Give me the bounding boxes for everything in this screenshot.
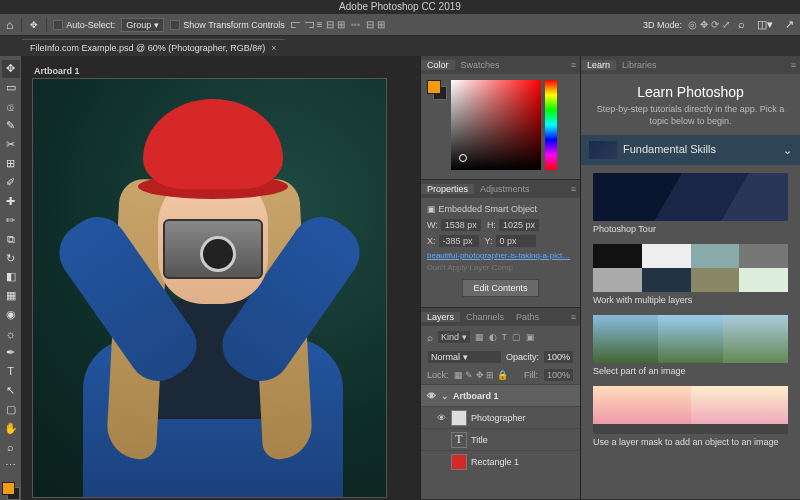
clone-tool[interactable]: ⧉ xyxy=(2,230,20,248)
layer-row[interactable]: 👁 Photographer xyxy=(421,406,580,428)
history-brush-tool[interactable]: ↻ xyxy=(2,249,20,267)
mode-3d-label: 3D Mode: xyxy=(643,20,682,30)
layer-row[interactable]: T Title xyxy=(421,428,580,450)
lock-icons[interactable]: ▦ ✎ ✥ ⊞ 🔒 xyxy=(454,370,508,380)
move-tool-icon[interactable]: ✥ xyxy=(28,18,40,32)
crop-tool[interactable]: ✂ xyxy=(2,136,20,154)
dodge-tool[interactable]: ☼ xyxy=(2,325,20,343)
color-field[interactable] xyxy=(451,80,541,170)
show-transform-checkbox[interactable]: Show Transform Controls xyxy=(170,20,285,30)
distribute-icons[interactable]: ⊟⊞ xyxy=(366,19,385,30)
foreground-background-swatch[interactable] xyxy=(2,482,20,500)
visibility-icon[interactable]: 👁 xyxy=(425,391,437,401)
learn-panel: Learn Libraries ≡ Learn Photoshop Step-b… xyxy=(581,56,800,500)
layers-panel: Layers Channels Paths ≡ ⌕ Kind ▾ ▦◐T▢▣ N… xyxy=(421,308,580,500)
panel-menu-icon[interactable]: ≡ xyxy=(787,60,800,70)
close-tab-icon[interactable]: × xyxy=(271,43,276,53)
chevron-down-icon: ⌄ xyxy=(783,144,792,157)
swatches-tab[interactable]: Swatches xyxy=(455,60,506,70)
layer-comp-dropdown[interactable]: Don't Apply Layer Comp xyxy=(427,260,574,275)
width-field[interactable]: 1538 px xyxy=(441,219,481,231)
layer-artboard[interactable]: 👁 ⌄ Artboard 1 xyxy=(421,384,580,406)
document-tab-bar: FileInfo.com Example.psd @ 60% (Photogra… xyxy=(0,36,800,56)
lesson-card[interactable]: Select part of an image xyxy=(593,315,788,376)
zoom-tool[interactable]: ⌕ xyxy=(2,438,20,456)
quick-select-tool[interactable]: ✎ xyxy=(2,117,20,135)
brush-tool[interactable]: ✏ xyxy=(2,211,20,229)
lasso-tool[interactable]: ⟃ xyxy=(2,98,20,116)
mode-3d-icons[interactable]: ◎✥⟳⤢ xyxy=(688,19,730,30)
shape-tool[interactable]: ▢ xyxy=(2,400,20,418)
visibility-icon[interactable]: 👁 xyxy=(435,413,447,423)
opacity-field[interactable]: 100% xyxy=(543,350,574,364)
move-tool[interactable]: ✥ xyxy=(2,60,20,78)
lesson-card[interactable]: Work with multiple layers xyxy=(593,244,788,305)
title-bar: Adobe Photoshop CC 2019 xyxy=(0,0,800,14)
edit-toolbar[interactable]: ⋯ xyxy=(2,457,20,475)
eraser-tool[interactable]: ◧ xyxy=(2,268,20,286)
topic-dropdown[interactable]: Fundamental Skills ⌄ xyxy=(581,135,800,165)
panel-menu-icon[interactable]: ≡ xyxy=(567,60,580,70)
canvas[interactable] xyxy=(32,78,387,498)
document-tab[interactable]: FileInfo.com Example.psd @ 60% (Photogra… xyxy=(22,39,285,56)
auto-select-target-dropdown[interactable]: Group▾ xyxy=(121,18,164,32)
color-tab[interactable]: Color xyxy=(421,60,455,70)
panel-menu-icon[interactable]: ≡ xyxy=(567,312,580,322)
align-icons[interactable]: ⫍⫎≡⊟⊞ xyxy=(291,19,345,30)
home-icon[interactable]: ⌂ xyxy=(4,16,15,34)
properties-tab[interactable]: Properties xyxy=(421,184,474,194)
expand-icon[interactable]: ⌄ xyxy=(441,391,449,401)
tools-panel: ✥ ▭ ⟃ ✎ ✂ ⊞ ✐ ✚ ✏ ⧉ ↻ ◧ ▦ ◉ ☼ ✒ T ↖ ▢ ✋ … xyxy=(0,56,22,500)
channels-tab[interactable]: Channels xyxy=(460,312,510,322)
properties-panel: Properties Adjustments ≡ ▣ Embedded Smar… xyxy=(421,180,580,308)
paths-tab[interactable]: Paths xyxy=(510,312,545,322)
pen-tool[interactable]: ✒ xyxy=(2,344,20,362)
hue-strip[interactable] xyxy=(545,80,557,170)
learn-heading: Learn Photoshop xyxy=(593,84,788,100)
document-tab-title: FileInfo.com Example.psd @ 60% (Photogra… xyxy=(30,43,265,53)
object-kind: Embedded Smart Object xyxy=(439,204,538,214)
fill-field[interactable]: 100% xyxy=(543,368,574,382)
panel-menu-icon[interactable]: ≡ xyxy=(567,184,580,194)
frame-tool[interactable]: ⊞ xyxy=(2,155,20,173)
adjustments-tab[interactable]: Adjustments xyxy=(474,184,536,194)
blur-tool[interactable]: ◉ xyxy=(2,306,20,324)
filter-kind-dropdown[interactable]: Kind ▾ xyxy=(437,330,471,344)
layer-thumb: T xyxy=(451,432,467,448)
layer-thumb xyxy=(451,454,467,470)
blend-mode-dropdown[interactable]: Normal ▾ xyxy=(427,350,502,364)
options-bar: ⌂ ✥ Auto-Select: Group▾ Show Transform C… xyxy=(0,14,800,36)
canvas-area[interactable]: Artboard 1 xyxy=(22,56,420,500)
y-field[interactable]: 0 px xyxy=(496,235,536,247)
gradient-tool[interactable]: ▦ xyxy=(2,287,20,305)
share-icon[interactable]: ↗ xyxy=(783,16,796,33)
layers-tab[interactable]: Layers xyxy=(421,312,460,322)
x-field[interactable]: -385 px xyxy=(439,235,479,247)
search-icon[interactable]: ⌕ xyxy=(736,16,747,33)
layer-filter-icons[interactable]: ▦◐T▢▣ xyxy=(475,332,536,342)
layer-row[interactable]: Rectangle 1 xyxy=(421,450,580,472)
learn-tab[interactable]: Learn xyxy=(581,60,616,70)
height-field[interactable]: 1025 px xyxy=(499,219,539,231)
layer-thumb xyxy=(451,410,467,426)
learn-subheading: Step-by-step tutorials directly in the a… xyxy=(593,104,788,127)
type-tool[interactable]: T xyxy=(2,363,20,381)
auto-select-checkbox[interactable]: Auto-Select: xyxy=(53,20,115,30)
lesson-card[interactable]: Use a layer mask to add an object to an … xyxy=(593,386,788,447)
marquee-tool[interactable]: ▭ xyxy=(2,79,20,97)
libraries-tab[interactable]: Libraries xyxy=(616,60,663,70)
linked-file[interactable]: beautiful-photographer-is-taking-a-pict… xyxy=(427,251,574,260)
color-fg-bg-swatch[interactable] xyxy=(427,80,447,100)
color-panel: Color Swatches ≡ xyxy=(421,56,580,180)
healing-tool[interactable]: ✚ xyxy=(2,192,20,210)
eyedropper-tool[interactable]: ✐ xyxy=(2,173,20,191)
workspace-icon[interactable]: ◫▾ xyxy=(755,16,775,33)
lesson-card[interactable]: Photoshop Tour xyxy=(593,173,788,234)
edit-contents-button[interactable]: Edit Contents xyxy=(462,279,538,297)
hand-tool[interactable]: ✋ xyxy=(2,419,20,437)
artboard-label[interactable]: Artboard 1 xyxy=(34,66,410,76)
path-tool[interactable]: ↖ xyxy=(2,381,20,399)
